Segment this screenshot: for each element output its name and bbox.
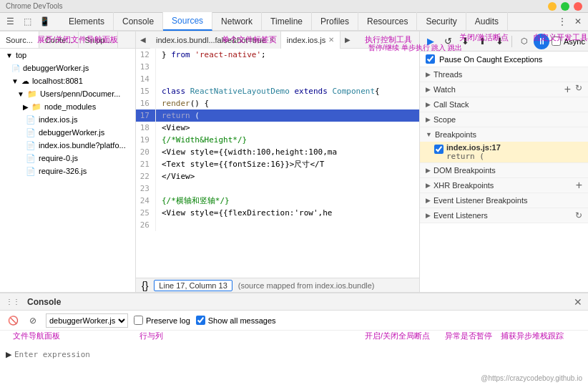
code-tab-next-icon[interactable]: ▶ bbox=[340, 33, 355, 47]
mobile-icon[interactable]: 📱 bbox=[37, 14, 52, 29]
tab-profiles[interactable]: Profiles bbox=[312, 12, 358, 31]
devtools-menu-icon[interactable]: ☰ bbox=[3, 14, 17, 29]
filter-icon[interactable]: ⊘ bbox=[26, 313, 40, 328]
console-close-icon[interactable]: ✕ bbox=[574, 296, 582, 308]
close-devtools-icon[interactable]: ✕ bbox=[571, 14, 585, 29]
console-input[interactable] bbox=[14, 350, 582, 359]
tab-console[interactable]: Console bbox=[114, 12, 163, 31]
chevron-right-icon: ▼ bbox=[17, 90, 24, 98]
code-tab-prev-icon[interactable]: ◀ bbox=[136, 33, 150, 47]
refresh-el-icon[interactable]: ↻ bbox=[575, 210, 582, 220]
tree-item-debugger-worker-2[interactable]: 📄 debuggerWorker.js bbox=[0, 126, 135, 139]
show-all-checkbox[interactable] bbox=[196, 316, 205, 325]
tab-network[interactable]: Network bbox=[212, 12, 262, 31]
close-icon[interactable] bbox=[574, 2, 582, 11]
dom-breakpoints-header[interactable]: ▶ DOM Breakpoints bbox=[420, 163, 588, 177]
minimize-icon[interactable] bbox=[548, 2, 557, 11]
chevron-right-icon: ▶ bbox=[426, 86, 431, 93]
scope-header[interactable]: ▶ Scope bbox=[420, 112, 588, 127]
code-line-17: 17 return ( bbox=[136, 109, 419, 122]
event-listeners-label: Event Listeners bbox=[433, 211, 488, 220]
tree-label: debuggerWorker.js bbox=[39, 128, 104, 137]
code-line-26: 26 bbox=[136, 219, 419, 231]
code-tab-bundle[interactable]: index.ios.bundl...false&hot=true ✕ bbox=[150, 31, 281, 49]
preserve-log-label[interactable]: Preserve log bbox=[134, 316, 190, 325]
callstack-header[interactable]: ▶ Call Stack bbox=[420, 97, 588, 112]
clear-console-icon[interactable]: 🚫 bbox=[6, 313, 20, 328]
breakpoint-checkbox[interactable] bbox=[434, 145, 444, 154]
step-button[interactable]: ⬇ bbox=[491, 34, 507, 49]
tree-item-require-0[interactable]: 📄 require-0.js bbox=[0, 152, 135, 165]
breakpoint-code: return ( bbox=[446, 152, 501, 161]
refresh-watch-icon[interactable]: ↻ bbox=[575, 83, 582, 96]
breakpoint-row[interactable]: index.ios.js:17 return ( bbox=[420, 142, 588, 162]
format-icon[interactable]: {} bbox=[142, 280, 148, 291]
scope-label: Scope bbox=[433, 115, 456, 124]
more-tools-icon[interactable]: ⋮ bbox=[555, 14, 569, 29]
code-line-13: 13 bbox=[136, 61, 419, 73]
panel-tab-sources[interactable]: Sourc... bbox=[0, 31, 39, 48]
inspect-icon[interactable]: ⬚ bbox=[20, 14, 34, 29]
console-toolbar: 🚫 ⊘ debuggerWorker.js Preserve log Show … bbox=[0, 311, 588, 331]
xhr-breakpoints-header[interactable]: ▶ XHR Breakpoints + bbox=[420, 178, 588, 192]
chevron-right-icon: ▶ bbox=[426, 116, 431, 123]
add-xhr-icon[interactable]: + bbox=[576, 179, 582, 192]
code-line-19: 19 {/*Width&Height*/} bbox=[136, 134, 419, 146]
tree-item-require-326[interactable]: 📄 require-326.js bbox=[0, 165, 135, 177]
tree-item-debugger-worker[interactable]: 📄 debuggerWorker.js bbox=[0, 62, 135, 74]
chevron-right-icon: ▶ bbox=[426, 167, 431, 174]
tree-item-index-ios-js[interactable]: 📄 index.ios.js bbox=[0, 113, 135, 126]
console-input-area[interactable]: ▶ bbox=[0, 331, 588, 378]
code-location[interactable]: Line 17, Column 13 bbox=[154, 280, 232, 291]
tree-item-localhost[interactable]: ▼ ☁ localhost:8081 bbox=[0, 74, 135, 87]
breakpoint-info: index.ios.js:17 return ( bbox=[446, 143, 501, 161]
pause-exception-label: Pause On Caught Exceptions bbox=[439, 55, 542, 64]
panel-tab-snippets[interactable]: Snipp... bbox=[79, 31, 117, 48]
add-watch-icon[interactable]: + bbox=[564, 83, 571, 96]
tab-close-icon[interactable]: ✕ bbox=[328, 36, 334, 44]
tab-timeline[interactable]: Timeline bbox=[262, 12, 312, 31]
tab-resources[interactable]: Resources bbox=[358, 12, 417, 31]
code-line-14: 14 bbox=[136, 73, 419, 85]
watch-section: ▶ Watch + ↻ bbox=[420, 82, 588, 97]
tab-security[interactable]: Security bbox=[417, 12, 466, 31]
tree-label: debuggerWorker.js bbox=[23, 64, 89, 72]
tab-close-icon[interactable]: ✕ bbox=[269, 36, 275, 44]
deactivate-breakpoints-icon[interactable]: ⬡ bbox=[516, 34, 532, 49]
event-listener-breakpoints-header[interactable]: ▶ Event Listener Breakpoints bbox=[420, 193, 588, 208]
breakpoints-header[interactable]: ▼ Breakpoints bbox=[420, 127, 588, 142]
pause-on-exceptions-button[interactable]: ⏸ bbox=[534, 34, 549, 49]
code-line-18: 18 <View> bbox=[136, 122, 419, 134]
code-line-22: 22 </View> bbox=[136, 170, 419, 182]
threads-header[interactable]: ▶ Threads bbox=[420, 67, 588, 82]
tab-sources[interactable]: Sources bbox=[163, 12, 212, 31]
tab-audits[interactable]: Audits bbox=[466, 12, 508, 31]
step-into-button[interactable]: ⬇ bbox=[457, 34, 473, 49]
tree-item-node-modules[interactable]: ▶ 📁 node_modules bbox=[0, 100, 135, 113]
code-tab-index[interactable]: index.ios.js ✕ bbox=[281, 31, 340, 49]
code-line-25: 25 <View style={{flexDirection:'row',he bbox=[136, 207, 419, 219]
async-checkbox[interactable] bbox=[552, 36, 561, 46]
preserve-log-text: Preserve log bbox=[146, 316, 190, 325]
cloud-icon: ☁ bbox=[21, 77, 29, 86]
event-listeners-header[interactable]: ▶ Event Listeners ↻ bbox=[420, 208, 588, 223]
maximize-icon[interactable] bbox=[561, 2, 569, 11]
watch-header[interactable]: ▶ Watch + ↻ bbox=[420, 82, 588, 97]
panel-tab-content[interactable]: Conte... bbox=[39, 31, 79, 48]
pause-exception-checkbox[interactable] bbox=[426, 54, 435, 64]
filter-select[interactable]: debuggerWorker.js bbox=[46, 313, 128, 328]
tree-item-bundle[interactable]: 📄 index.ios.bundle?platfo... bbox=[0, 139, 135, 152]
step-over-button[interactable]: ↺ bbox=[440, 34, 456, 49]
tree-item-top[interactable]: ▼ top bbox=[0, 49, 135, 62]
show-all-messages-label[interactable]: Show all messages bbox=[196, 316, 276, 325]
debug-panel: ▶ ↺ ⬇ ⬆ ⬇ ⬡ ⏸ Async Pause On Caught Exce… bbox=[420, 31, 588, 292]
tree-item-users-folder[interactable]: ▼ 📁 Users/penn/Documer... bbox=[0, 87, 135, 100]
scope-section: ▶ Scope bbox=[420, 112, 588, 127]
chevron-right-icon: ▶ bbox=[426, 197, 431, 204]
step-out-button[interactable]: ⬆ bbox=[474, 34, 490, 49]
tab-elements[interactable]: Elements bbox=[60, 12, 114, 31]
code-editor[interactable]: 12 } from 'react-native'; 13 14 15 class… bbox=[136, 49, 419, 278]
resume-button[interactable]: ▶ bbox=[423, 34, 438, 49]
preserve-log-checkbox[interactable] bbox=[134, 316, 143, 325]
chevron-down-icon: ▼ bbox=[6, 52, 13, 59]
